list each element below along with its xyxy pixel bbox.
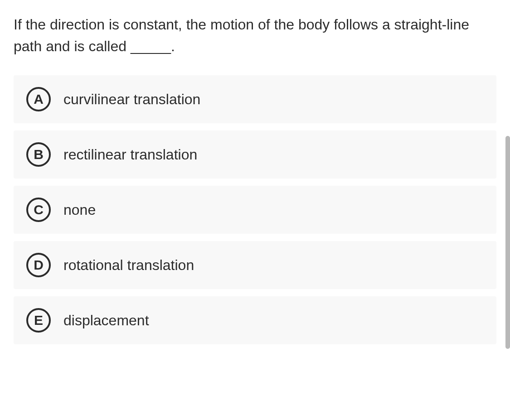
option-letter-e: E [26,308,51,333]
option-letter-a: A [26,87,51,111]
option-text-e: displacement [63,312,149,329]
option-a[interactable]: A curvilinear translation [14,75,496,123]
option-letter-b: B [26,142,51,167]
question-text: If the direction is constant, the motion… [14,14,496,57]
options-list: A curvilinear translation B rectilinear … [14,75,496,344]
option-c[interactable]: C none [14,186,496,234]
option-text-d: rotational translation [63,257,194,274]
option-letter-d: D [26,253,51,277]
scrollbar[interactable] [505,136,510,349]
option-text-c: none [63,202,96,218]
option-letter-c: C [26,198,51,222]
option-d[interactable]: D rotational translation [14,241,496,289]
option-b[interactable]: B rectilinear translation [14,130,496,179]
option-text-a: curvilinear translation [63,91,200,108]
option-e[interactable]: E displacement [14,296,496,344]
option-text-b: rectilinear translation [63,146,197,163]
